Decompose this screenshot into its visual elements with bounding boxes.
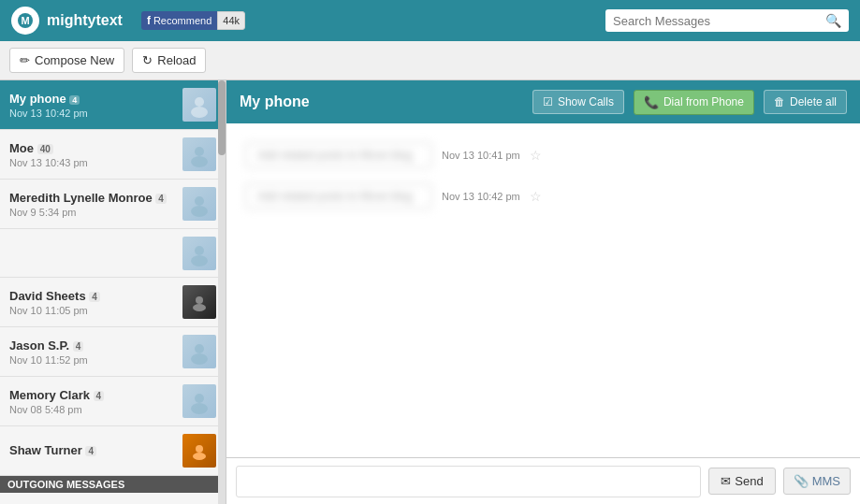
delete-all-button[interactable]: 🗑 Delete all (764, 90, 847, 114)
avatar (182, 237, 216, 270)
reload-label: Reload (157, 53, 196, 67)
contact-time: Nov 13 10:43 pm (9, 157, 175, 168)
send-button[interactable]: ✉ Send (708, 468, 775, 495)
dial-label: Dial from Phone (663, 95, 744, 108)
paperclip-icon: 📎 (794, 474, 809, 488)
contact-info: Moe 40 Nov 13 10:43 pm (9, 141, 175, 168)
trash-icon: 🗑 (774, 95, 785, 108)
contact-badge: 40 (37, 144, 53, 154)
contact-time: Nov 10 11:05 pm (9, 305, 175, 316)
contact-info: David Sheets 4 Nov 10 11:05 pm (9, 289, 175, 316)
message-row: Add related posts to Move blog Nov 13 10… (245, 183, 841, 209)
fb-recommend-label: Recommend (153, 15, 211, 26)
show-calls-button[interactable]: ☑ Show Calls (532, 90, 624, 114)
contact-name: Meredith Lynelle Monroe 4 (9, 191, 175, 205)
message-time: Nov 13 10:42 pm (442, 191, 520, 202)
contact-info: Jason S.P. 4 Nov 10 11:52 pm (9, 338, 175, 366)
contact-info: Shaw Turner 4 (9, 443, 175, 459)
svg-point-17 (193, 453, 206, 460)
app-name: mightytext (47, 12, 123, 29)
message-bubble: Add related posts to Move blog (245, 183, 432, 209)
avatar (182, 187, 216, 221)
avatar (182, 434, 216, 468)
svg-point-8 (195, 246, 204, 255)
sidebar-item-jason[interactable]: Jason S.P. 4 Nov 10 11:52 pm (0, 327, 226, 377)
fb-count: 44k (217, 11, 245, 30)
content-title: My phone (240, 94, 523, 110)
logo-icon: M (11, 7, 39, 35)
sidebar-item-moe[interactable]: Moe 40 Nov 13 10:43 pm (0, 130, 226, 180)
sidebar: My phone 4 Nov 13 10:42 pm Moe 40 Nov 13… (0, 80, 226, 504)
compose-icon: ✏ (20, 53, 30, 67)
sidebar-scrollbar[interactable] (218, 80, 226, 504)
mms-button[interactable]: 📎 MMS (783, 468, 851, 495)
outgoing-messages-label: OUTGOING MESSAGES (0, 476, 226, 493)
message-bubble: Add related posts to Move blog (245, 142, 432, 168)
svg-text:M: M (21, 15, 29, 26)
avatar (182, 335, 216, 368)
reload-button[interactable]: ↻ Reload (132, 48, 206, 73)
contact-badge: 4 (85, 446, 96, 456)
contact-badge: 4 (94, 391, 105, 401)
compose-new-button[interactable]: ✏ Compose New (9, 48, 124, 73)
contact-name: David Sheets 4 (9, 289, 175, 303)
send-label: Send (735, 474, 763, 488)
delete-label: Delete all (790, 95, 837, 108)
search-button[interactable]: 🔍 (825, 13, 841, 28)
mms-label: MMS (812, 474, 840, 488)
sidebar-item-shaw[interactable]: Shaw Turner 4 (0, 426, 226, 476)
svg-point-13 (191, 353, 208, 365)
topbar: M mightytext f Recommend 44k 🔍 (0, 0, 860, 41)
contact-badge: 4 (73, 341, 84, 352)
svg-point-16 (196, 445, 203, 453)
content-area: My phone ☑ Show Calls 📞 Dial from Phone … (226, 80, 860, 504)
star-icon[interactable]: ☆ (530, 148, 542, 163)
message-time: Nov 13 10:41 pm (442, 150, 520, 161)
phone-icon: 📞 (644, 95, 659, 109)
search-input[interactable] (613, 14, 825, 28)
contact-badge: 4 (155, 194, 167, 204)
main-layout: My phone 4 Nov 13 10:42 pm Moe 40 Nov 13… (0, 80, 860, 504)
message-row: Add related posts to Move blog Nov 13 10… (245, 142, 841, 168)
send-icon: ✉ (721, 474, 731, 488)
sidebar-item-blank[interactable] (0, 229, 226, 278)
checkbox-icon: ☑ (543, 95, 553, 108)
contact-time: Nov 08 5:48 pm (9, 404, 175, 415)
contact-info: My phone 4 Nov 13 10:42 pm (9, 92, 175, 119)
contact-name: Memory Clark 4 (9, 388, 175, 402)
svg-point-10 (196, 296, 203, 304)
star-icon[interactable]: ☆ (530, 189, 542, 204)
svg-point-2 (195, 97, 204, 107)
svg-point-7 (191, 206, 208, 217)
avatar (182, 88, 216, 122)
fb-recommend-widget[interactable]: f Recommend 44k (141, 11, 245, 30)
svg-point-5 (191, 156, 208, 167)
message-input[interactable] (236, 466, 701, 497)
contact-name: Moe 40 (9, 141, 175, 155)
scrollbar-thumb (218, 80, 226, 155)
svg-point-6 (195, 196, 204, 206)
contact-badge: 4 (69, 95, 80, 105)
contact-info: Memory Clark 4 Nov 08 5:48 pm (9, 388, 175, 415)
fb-recommend-btn[interactable]: f Recommend (141, 11, 217, 30)
sidebar-item-david[interactable]: David Sheets 4 Nov 10 11:05 pm (0, 278, 226, 327)
svg-point-11 (193, 304, 206, 311)
compose-label: Compose New (35, 53, 114, 67)
dial-from-phone-button[interactable]: 📞 Dial from Phone (634, 90, 754, 115)
sidebar-item-meredith[interactable]: Meredith Lynelle Monroe 4 Nov 9 5:34 pm (0, 180, 226, 229)
svg-point-9 (191, 255, 208, 266)
messages-area: Add related posts to Move blog Nov 13 10… (226, 123, 860, 457)
contact-info: Meredith Lynelle Monroe 4 Nov 9 5:34 pm (9, 191, 175, 218)
contact-name: Shaw Turner 4 (9, 443, 175, 457)
sidebar-item-myphone[interactable]: My phone 4 Nov 13 10:42 pm (0, 80, 226, 130)
svg-point-3 (191, 107, 208, 118)
contact-name: My phone 4 (9, 92, 175, 106)
sidebar-item-memory[interactable]: Memory Clark 4 Nov 08 5:48 pm (0, 377, 226, 426)
svg-point-15 (191, 403, 208, 414)
search-bar[interactable]: 🔍 (605, 9, 849, 32)
reload-icon: ↻ (142, 53, 153, 67)
show-calls-label: Show Calls (558, 95, 614, 108)
logo: M mightytext (11, 7, 123, 35)
contact-time: Nov 9 5:34 pm (9, 207, 175, 218)
avatar (182, 384, 216, 418)
